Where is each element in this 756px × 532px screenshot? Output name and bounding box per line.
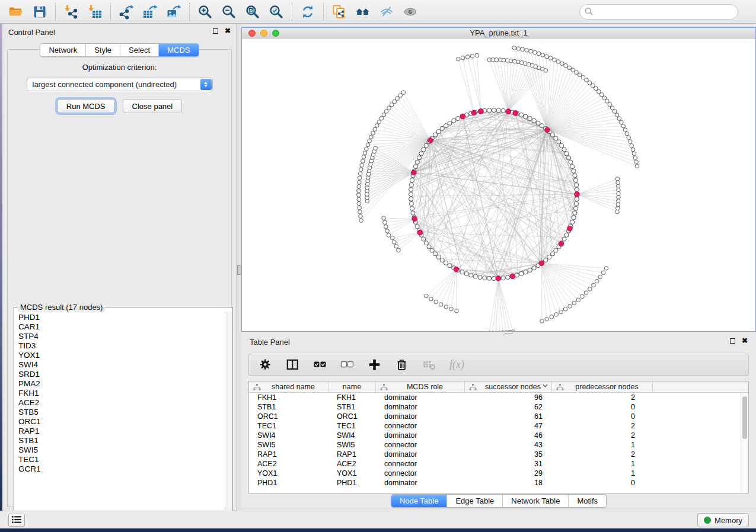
mcds-result-item[interactable]: STP4 xyxy=(18,332,225,341)
save-button[interactable] xyxy=(30,2,50,21)
tab-style[interactable]: Style xyxy=(86,44,120,56)
zoom-in-button[interactable] xyxy=(195,2,215,21)
folder-open-button[interactable] xyxy=(6,2,26,21)
table-cell: RAP1 xyxy=(249,450,328,459)
float-window-icon[interactable] xyxy=(213,28,218,34)
table-row[interactable]: STB1STB1dominator620 xyxy=(249,402,741,412)
search-field[interactable] xyxy=(579,4,738,20)
table-row[interactable]: RAP1RAP1dominator352 xyxy=(249,450,741,459)
export-network-button[interactable] xyxy=(116,2,136,21)
network-graph[interactable] xyxy=(242,39,755,331)
vertical-splitter[interactable] xyxy=(237,24,241,511)
zoom-fit-button[interactable] xyxy=(243,2,263,21)
delete-column-button[interactable] xyxy=(395,358,409,371)
float-window-icon[interactable] xyxy=(730,338,735,344)
mcds-result-item[interactable]: CAR1 xyxy=(18,322,225,332)
minimize-window-icon[interactable] xyxy=(260,30,267,37)
table-row[interactable]: ACE2ACE2connector311 xyxy=(249,459,741,469)
column-header-name[interactable]: name xyxy=(328,382,376,392)
tab-select[interactable]: Select xyxy=(120,44,159,56)
mcds-result-item[interactable]: SWI4 xyxy=(18,360,225,370)
tab-motifs[interactable]: Motifs xyxy=(569,495,606,507)
column-header-MCDS-role[interactable]: MCDS role xyxy=(376,382,465,392)
table-row[interactable]: SWI4SWI4dominator462 xyxy=(249,431,741,440)
zoom-selected-button[interactable] xyxy=(266,2,286,21)
tab-mcds[interactable]: MCDS xyxy=(159,44,198,56)
table-row[interactable]: FKH1FKH1dominator962 xyxy=(249,393,741,402)
import-network-button[interactable] xyxy=(61,2,81,21)
mcds-result-scrollbar[interactable] xyxy=(225,312,232,521)
mcds-result-item[interactable]: SWI5 xyxy=(18,446,225,455)
memory-button[interactable]: Memory xyxy=(697,513,749,527)
zoom-out-button[interactable] xyxy=(219,2,239,21)
mcds-result-item[interactable]: TID3 xyxy=(18,341,225,351)
export-image-button[interactable] xyxy=(164,2,184,21)
close-window-icon[interactable] xyxy=(248,30,256,37)
toolbar-button-groups xyxy=(6,2,420,21)
memory-status-icon xyxy=(704,517,711,524)
mcds-result-item[interactable]: SRD1 xyxy=(18,370,225,379)
hide-selected-button[interactable] xyxy=(377,2,397,21)
close-panel-icon[interactable]: ✖ xyxy=(742,338,748,344)
network-canvas[interactable] xyxy=(242,39,755,331)
mcds-result-list[interactable]: PHD1CAR1STP4TID3YOX1SWI4SRD1PMA2FKH1ACE2… xyxy=(15,312,225,521)
mcds-result-item[interactable]: PHD1 xyxy=(18,313,225,322)
zoom-selected-icon xyxy=(269,4,284,20)
tab-network-table[interactable]: Network Table xyxy=(503,495,569,507)
settings-gear-button[interactable] xyxy=(259,358,272,371)
table-scrollbar[interactable] xyxy=(741,393,748,493)
scrollbar-thumb[interactable] xyxy=(742,396,747,439)
column-header-shared-name[interactable]: shared name xyxy=(249,382,328,392)
delete-table-button[interactable] xyxy=(422,358,436,371)
show-eye-button[interactable] xyxy=(400,2,420,21)
close-panel-button[interactable]: Close panel xyxy=(123,99,183,113)
mcds-result-title: MCDS result (17 nodes) xyxy=(18,303,105,312)
mcds-result-item[interactable]: FKH1 xyxy=(18,389,225,398)
table-row[interactable]: SWI5SWI5connector431 xyxy=(249,440,741,450)
network-window-titlebar[interactable]: YPA_prune.txt_1 xyxy=(242,28,755,39)
deselect-all-checkboxes-button[interactable] xyxy=(340,358,354,371)
column-header-predecessor-nodes[interactable]: predecessor nodes xyxy=(552,382,653,392)
splitter-grip[interactable] xyxy=(237,265,241,275)
task-history-button[interactable] xyxy=(8,514,25,527)
mcds-result-item[interactable]: RAP1 xyxy=(18,427,225,436)
import-table-button[interactable] xyxy=(85,2,105,21)
save-icon xyxy=(32,4,47,20)
select-all-checkboxes-button[interactable] xyxy=(313,358,327,371)
column-header-successor-nodes[interactable]: successor nodes xyxy=(465,382,552,392)
refresh-button[interactable] xyxy=(298,2,318,21)
mcds-result-group: MCDS result (17 nodes) PHD1CAR1STP4TID3Y… xyxy=(14,303,233,523)
tab-edge-table[interactable]: Edge Table xyxy=(447,495,503,507)
tab-network[interactable]: Network xyxy=(40,44,86,56)
mcds-result-item[interactable]: PMA2 xyxy=(18,379,225,389)
maximize-window-icon[interactable] xyxy=(272,30,279,37)
add-column-button[interactable] xyxy=(368,358,381,371)
mcds-result-item[interactable]: GCR1 xyxy=(18,464,225,474)
table-cell: 46 xyxy=(465,431,552,440)
clone-network-button[interactable] xyxy=(329,2,349,21)
search-input[interactable] xyxy=(596,8,733,17)
split-panel-button[interactable] xyxy=(286,358,299,371)
mcds-result-item[interactable]: STB5 xyxy=(18,408,225,417)
export-table-button[interactable] xyxy=(140,2,160,21)
table-row[interactable]: ORC1ORC1dominator610 xyxy=(249,412,741,421)
mcds-result-item[interactable]: YOX1 xyxy=(18,351,225,360)
mcds-result-item[interactable]: ORC1 xyxy=(18,417,225,427)
function-builder-button[interactable]: f(x) xyxy=(449,358,464,371)
table-cell: 96 xyxy=(465,393,552,402)
table-cell: TEC1 xyxy=(328,421,376,431)
mcds-result-item[interactable]: ACE2 xyxy=(18,398,225,408)
close-panel-icon[interactable]: ✖ xyxy=(225,28,231,34)
table-cell: 0 xyxy=(552,402,653,412)
table-row[interactable]: PHD1PHD1dominator180 xyxy=(249,478,741,488)
homes-button[interactable] xyxy=(353,2,373,21)
table-cell: RAP1 xyxy=(328,450,376,459)
run-mcds-button[interactable]: Run MCDS xyxy=(57,99,115,113)
export-table-icon xyxy=(142,4,158,20)
table-row[interactable]: YOX1YOX1connector291 xyxy=(249,469,741,478)
mcds-result-item[interactable]: TEC1 xyxy=(18,455,225,464)
optimization-criterion-select[interactable]: largest connected component (undirected) xyxy=(27,78,213,91)
table-row[interactable]: TEC1TEC1connector472 xyxy=(249,421,741,431)
mcds-result-item[interactable]: STB1 xyxy=(18,436,225,446)
tab-node-table[interactable]: Node Table xyxy=(391,495,448,507)
